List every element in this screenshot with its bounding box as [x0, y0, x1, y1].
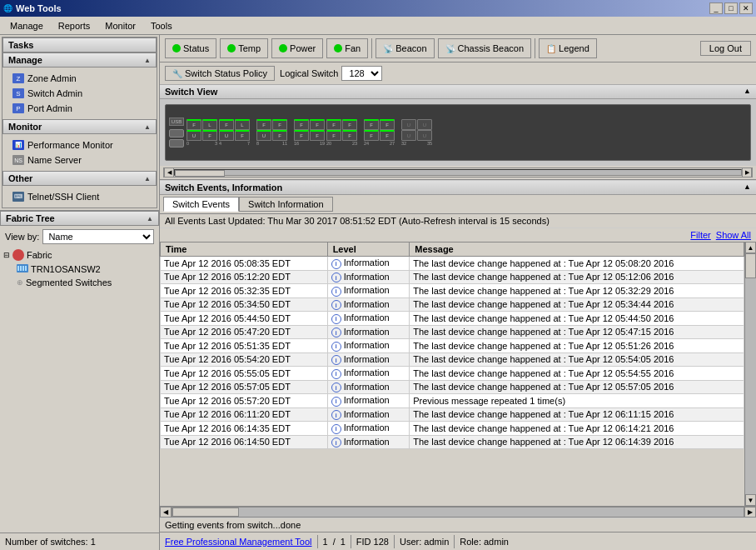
port-34[interactable]: U	[417, 119, 432, 130]
port-27[interactable]: F	[380, 130, 395, 141]
minimize-button[interactable]: _	[709, 2, 723, 14]
table-row[interactable]: Tue Apr 12 2016 06:14:50 EDTi Informatio…	[161, 435, 744, 449]
scroll-thumb[interactable]	[175, 170, 225, 177]
port-19[interactable]: F	[310, 130, 325, 141]
table-row[interactable]: Tue Apr 12 2016 05:57:05 EDTi Informatio…	[161, 380, 744, 394]
port-label-20-23: 2023	[326, 141, 357, 146]
table-row[interactable]: Tue Apr 12 2016 05:34:50 EDTi Informatio…	[161, 298, 744, 312]
port-17[interactable]: F	[294, 130, 309, 141]
port-7[interactable]: F	[235, 130, 250, 141]
view-by-select[interactable]: Name	[42, 229, 154, 244]
port-18[interactable]: F	[310, 119, 325, 130]
port-11[interactable]: F	[272, 130, 287, 141]
tree-item-switch[interactable]: TRN1OSANSW2	[0, 262, 159, 276]
table-scroll-track[interactable]	[172, 507, 744, 518]
filter-link[interactable]: Filter	[690, 230, 710, 240]
port-16[interactable]: F	[294, 119, 309, 130]
table-row[interactable]: Tue Apr 12 2016 06:14:35 EDTi Informatio…	[161, 422, 744, 436]
switch-horiz-scroll[interactable]: ◀ ▶	[163, 168, 753, 178]
port-32[interactable]: U	[401, 119, 416, 130]
table-scroll-thumb[interactable]	[172, 508, 239, 517]
table-row[interactable]: Tue Apr 12 2016 05:44:50 EDTi Informatio…	[161, 312, 744, 326]
table-row[interactable]: Tue Apr 12 2016 06:11:20 EDTi Informatio…	[161, 408, 744, 422]
port-5[interactable]: U	[219, 130, 234, 141]
info-icon: i	[331, 355, 341, 365]
scrollbar-down-button[interactable]: ▼	[745, 494, 756, 506]
col-message: Message	[410, 242, 744, 257]
port-4[interactable]: F	[219, 119, 234, 130]
port-24[interactable]: F	[364, 119, 379, 130]
tab-switch-events[interactable]: Switch Events	[163, 197, 239, 212]
logout-button[interactable]: Log Out	[700, 41, 751, 56]
other-section-header[interactable]: Other ▲	[2, 171, 157, 186]
table-row[interactable]: Tue Apr 12 2016 05:54:20 EDTi Informatio…	[161, 352, 744, 367]
maximize-button[interactable]: □	[724, 2, 738, 14]
show-all-link[interactable]: Show All	[716, 230, 751, 240]
switch-status-policy-button[interactable]: 🔧 Switch Status Policy	[165, 66, 275, 81]
switch-view-collapse[interactable]: ▲	[744, 87, 751, 97]
port-25[interactable]: F	[364, 130, 379, 141]
scroll-track[interactable]	[174, 169, 742, 176]
sidebar-item-switch-admin[interactable]: S Switch Admin	[7, 86, 152, 101]
scrollbar-track[interactable]	[745, 253, 756, 494]
fan-button[interactable]: Fan	[326, 38, 368, 58]
menu-monitor[interactable]: Monitor	[98, 19, 142, 32]
tree-item-expand[interactable]: ⊟ Fabric	[0, 248, 159, 262]
table-row[interactable]: Tue Apr 12 2016 05:57:20 EDTi Informatio…	[161, 394, 744, 408]
port-0[interactable]: F	[187, 119, 201, 130]
scroll-right-arrow[interactable]: ▶	[742, 168, 752, 178]
scrollbar-thumb[interactable]	[745, 253, 756, 278]
sidebar-item-zone-admin[interactable]: Z Zone Admin	[7, 71, 152, 86]
fabric-tree-header[interactable]: Fabric Tree ▲	[0, 211, 159, 226]
port-22[interactable]: F	[342, 119, 357, 130]
port-1[interactable]: U	[187, 130, 201, 141]
table-row[interactable]: Tue Apr 12 2016 05:12:20 EDTi Informatio…	[161, 270, 744, 284]
sidebar-item-performance-monitor[interactable]: 📊 Performance Monitor	[7, 138, 152, 152]
port-35[interactable]: U	[417, 130, 432, 141]
port-26[interactable]: F	[380, 119, 395, 130]
chassis-beacon-button[interactable]: 📡 Chassis Beacon	[438, 38, 532, 58]
table-row[interactable]: Tue Apr 12 2016 05:47:20 EDTi Informatio…	[161, 325, 744, 339]
sidebar-item-port-admin[interactable]: P Port Admin	[7, 101, 152, 116]
events-collapse-icon[interactable]: ▲	[744, 182, 751, 192]
fabric-tree-collapse-icon: ▲	[147, 215, 153, 222]
power-button[interactable]: Power	[271, 38, 323, 58]
table-row[interactable]: Tue Apr 12 2016 05:51:35 EDTi Informatio…	[161, 339, 744, 353]
legend-button[interactable]: 📋 Legend	[539, 38, 597, 58]
table-scroll-left[interactable]: ◀	[160, 507, 172, 518]
port-6[interactable]: L	[235, 119, 250, 130]
menu-reports[interactable]: Reports	[52, 19, 97, 32]
close-button[interactable]: ✕	[739, 2, 753, 14]
manage-section-header[interactable]: Manage ▲	[2, 52, 157, 68]
sidebar-item-name-server[interactable]: NS Name Server	[7, 152, 152, 168]
tree-item-segmented[interactable]: ⊕ Segmented Switches	[0, 276, 159, 289]
port-20[interactable]: F	[326, 119, 341, 130]
port-2[interactable]: L	[202, 119, 217, 130]
event-time: Tue Apr 12 2016 06:14:35 EDT	[161, 422, 328, 436]
sidebar-item-telnet[interactable]: ⌨ Telnet/SSH Client	[7, 189, 152, 204]
scrollbar-up-button[interactable]: ▲	[745, 242, 756, 253]
port-23[interactable]: F	[342, 130, 357, 141]
table-row[interactable]: Tue Apr 12 2016 05:08:35 EDTi Informatio…	[161, 257, 744, 271]
menu-tools[interactable]: Tools	[144, 19, 179, 32]
tab-switch-information[interactable]: Switch Information	[239, 197, 332, 212]
port-9[interactable]: U	[256, 130, 271, 141]
logical-switch-select[interactable]: 128	[341, 66, 382, 81]
port-33[interactable]: U	[401, 130, 416, 141]
monitor-section-header[interactable]: Monitor ▲	[2, 119, 157, 134]
status-button[interactable]: Status	[165, 38, 216, 58]
table-scroll-right[interactable]: ▶	[744, 507, 756, 518]
table-row[interactable]: Tue Apr 12 2016 05:32:35 EDTi Informatio…	[161, 284, 744, 298]
temp-button[interactable]: Temp	[220, 38, 268, 58]
table-row[interactable]: Tue Apr 12 2016 05:55:05 EDTi Informatio…	[161, 367, 744, 381]
menu-manage[interactable]: Manage	[3, 19, 50, 32]
event-level: i Information	[327, 352, 410, 367]
port-3[interactable]: F	[202, 130, 217, 141]
port-8[interactable]: F	[256, 119, 271, 130]
free-tool-link[interactable]: Free Professional Management Tool	[165, 537, 312, 547]
events-table-scroll[interactable]: Time Level Message Tue Apr 12 2016 05:08…	[160, 242, 744, 506]
scroll-left-arrow[interactable]: ◀	[164, 168, 174, 178]
port-10[interactable]: F	[272, 119, 287, 130]
beacon-button[interactable]: 📡 Beacon	[376, 38, 434, 58]
port-21[interactable]: F	[326, 130, 341, 141]
